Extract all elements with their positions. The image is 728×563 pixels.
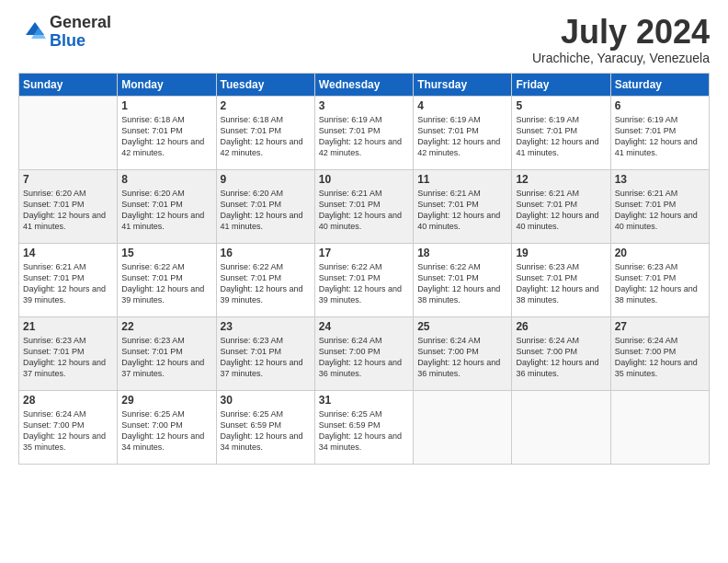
header-saturday: Saturday [610, 73, 709, 96]
logo-icon [18, 18, 46, 46]
table-row [610, 390, 709, 464]
logo-general: General [50, 14, 111, 32]
table-row: 9Sunrise: 6:20 AMSunset: 7:01 PMDaylight… [216, 169, 314, 243]
calendar-table: Sunday Monday Tuesday Wednesday Thursday… [18, 73, 710, 465]
cell-info: Sunrise: 6:25 AMSunset: 6:59 PMDaylight:… [221, 408, 311, 454]
cell-info: Sunrise: 6:25 AMSunset: 7:00 PMDaylight:… [121, 408, 211, 454]
day-number: 23 [221, 320, 311, 333]
cell-info: Sunrise: 6:21 AMSunset: 7:01 PMDaylight:… [615, 188, 705, 233]
cell-info: Sunrise: 6:19 AMSunset: 7:01 PMDaylight:… [319, 114, 409, 159]
table-row: 13Sunrise: 6:21 AMSunset: 7:01 PMDayligh… [610, 169, 709, 243]
day-number: 13 [615, 173, 705, 186]
day-number: 2 [221, 99, 311, 112]
cell-info: Sunrise: 6:21 AMSunset: 7:01 PMDaylight:… [319, 188, 409, 233]
cell-info: Sunrise: 6:24 AMSunset: 7:00 PMDaylight:… [23, 408, 113, 454]
day-number: 1 [121, 99, 211, 112]
day-number: 6 [615, 99, 705, 112]
table-row: 18Sunrise: 6:22 AMSunset: 7:01 PMDayligh… [414, 243, 512, 316]
day-number: 25 [417, 320, 507, 333]
table-row: 22Sunrise: 6:23 AMSunset: 7:01 PMDayligh… [118, 316, 216, 390]
table-row: 6Sunrise: 6:19 AMSunset: 7:01 PMDaylight… [610, 96, 709, 169]
header-friday: Friday [512, 73, 610, 96]
table-row [414, 390, 512, 464]
day-number: 21 [23, 320, 113, 333]
day-number: 9 [221, 173, 311, 186]
table-row: 30Sunrise: 6:25 AMSunset: 6:59 PMDayligh… [216, 390, 314, 464]
table-row: 4Sunrise: 6:19 AMSunset: 7:01 PMDaylight… [414, 96, 512, 169]
day-number: 11 [417, 173, 507, 186]
day-number: 4 [417, 99, 507, 112]
day-number: 30 [221, 394, 311, 407]
table-row: 5Sunrise: 6:19 AMSunset: 7:01 PMDaylight… [512, 96, 610, 169]
cell-info: Sunrise: 6:22 AMSunset: 7:01 PMDaylight:… [319, 261, 409, 306]
day-number: 16 [221, 247, 311, 259]
table-row: 10Sunrise: 6:21 AMSunset: 7:01 PMDayligh… [314, 169, 413, 243]
header-sunday: Sunday [19, 73, 118, 96]
cell-info: Sunrise: 6:23 AMSunset: 7:01 PMDaylight:… [615, 261, 705, 306]
cell-info: Sunrise: 6:19 AMSunset: 7:01 PMDaylight:… [615, 114, 705, 159]
day-number: 18 [417, 247, 507, 259]
table-row: 1Sunrise: 6:18 AMSunset: 7:01 PMDaylight… [118, 96, 216, 169]
location: Urachiche, Yaracuy, Venezuela [532, 51, 710, 65]
table-row: 23Sunrise: 6:23 AMSunset: 7:01 PMDayligh… [216, 316, 314, 390]
table-row: 8Sunrise: 6:20 AMSunset: 7:01 PMDaylight… [118, 169, 216, 243]
calendar-week-row: 7Sunrise: 6:20 AMSunset: 7:01 PMDaylight… [19, 169, 710, 243]
cell-info: Sunrise: 6:19 AMSunset: 7:01 PMDaylight:… [417, 114, 507, 159]
cell-info: Sunrise: 6:24 AMSunset: 7:00 PMDaylight:… [516, 335, 606, 380]
table-row: 3Sunrise: 6:19 AMSunset: 7:01 PMDaylight… [314, 96, 413, 169]
cell-info: Sunrise: 6:23 AMSunset: 7:01 PMDaylight:… [221, 335, 311, 380]
day-number: 14 [23, 247, 113, 259]
table-row: 15Sunrise: 6:22 AMSunset: 7:01 PMDayligh… [118, 243, 216, 316]
cell-info: Sunrise: 6:22 AMSunset: 7:01 PMDaylight:… [417, 261, 507, 306]
day-number: 12 [516, 173, 606, 186]
day-number: 3 [319, 99, 409, 112]
cell-info: Sunrise: 6:23 AMSunset: 7:01 PMDaylight:… [23, 335, 113, 380]
calendar-week-row: 14Sunrise: 6:21 AMSunset: 7:01 PMDayligh… [19, 243, 710, 316]
table-row [512, 390, 610, 464]
table-row: 29Sunrise: 6:25 AMSunset: 7:00 PMDayligh… [118, 390, 216, 464]
logo: General Blue [18, 14, 111, 51]
cell-info: Sunrise: 6:25 AMSunset: 6:59 PMDaylight:… [319, 408, 409, 454]
day-number: 10 [319, 173, 409, 186]
table-row: 24Sunrise: 6:24 AMSunset: 7:00 PMDayligh… [314, 316, 413, 390]
table-row: 28Sunrise: 6:24 AMSunset: 7:00 PMDayligh… [19, 390, 118, 464]
day-number: 26 [516, 320, 606, 333]
table-row: 26Sunrise: 6:24 AMSunset: 7:00 PMDayligh… [512, 316, 610, 390]
table-row: 7Sunrise: 6:20 AMSunset: 7:01 PMDaylight… [19, 169, 118, 243]
table-row: 21Sunrise: 6:23 AMSunset: 7:01 PMDayligh… [19, 316, 118, 390]
day-number: 15 [121, 247, 211, 259]
day-number: 31 [319, 394, 409, 407]
calendar-week-row: 21Sunrise: 6:23 AMSunset: 7:01 PMDayligh… [19, 316, 710, 390]
day-number: 5 [516, 99, 606, 112]
day-number: 27 [615, 320, 705, 333]
page: General Blue July 2024 Urachiche, Yaracu… [0, 0, 728, 563]
header-tuesday: Tuesday [216, 73, 314, 96]
cell-info: Sunrise: 6:23 AMSunset: 7:01 PMDaylight:… [516, 261, 606, 306]
table-row: 19Sunrise: 6:23 AMSunset: 7:01 PMDayligh… [512, 243, 610, 316]
cell-info: Sunrise: 6:21 AMSunset: 7:01 PMDaylight:… [516, 188, 606, 233]
cell-info: Sunrise: 6:18 AMSunset: 7:01 PMDaylight:… [221, 114, 311, 159]
cell-info: Sunrise: 6:20 AMSunset: 7:01 PMDaylight:… [221, 188, 311, 233]
cell-info: Sunrise: 6:24 AMSunset: 7:00 PMDaylight:… [417, 335, 507, 380]
cell-info: Sunrise: 6:23 AMSunset: 7:01 PMDaylight:… [121, 335, 211, 380]
cell-info: Sunrise: 6:20 AMSunset: 7:01 PMDaylight:… [23, 188, 113, 233]
table-row: 25Sunrise: 6:24 AMSunset: 7:00 PMDayligh… [414, 316, 512, 390]
cell-info: Sunrise: 6:21 AMSunset: 7:01 PMDaylight:… [417, 188, 507, 233]
cell-info: Sunrise: 6:19 AMSunset: 7:01 PMDaylight:… [516, 114, 606, 159]
cell-info: Sunrise: 6:21 AMSunset: 7:01 PMDaylight:… [23, 261, 113, 306]
day-number: 29 [121, 394, 211, 407]
title-block: July 2024 Urachiche, Yaracuy, Venezuela [532, 14, 710, 65]
cell-info: Sunrise: 6:24 AMSunset: 7:00 PMDaylight:… [319, 335, 409, 380]
table-row: 27Sunrise: 6:24 AMSunset: 7:00 PMDayligh… [610, 316, 709, 390]
header: General Blue July 2024 Urachiche, Yaracu… [18, 14, 710, 65]
day-number: 8 [121, 173, 211, 186]
table-row [19, 96, 118, 169]
logo-blue: Blue [50, 32, 111, 51]
table-row: 31Sunrise: 6:25 AMSunset: 6:59 PMDayligh… [314, 390, 413, 464]
day-number: 22 [121, 320, 211, 333]
month-title: July 2024 [532, 14, 710, 51]
table-row: 12Sunrise: 6:21 AMSunset: 7:01 PMDayligh… [512, 169, 610, 243]
header-thursday: Thursday [414, 73, 512, 96]
logo-text: General Blue [50, 14, 111, 51]
cell-info: Sunrise: 6:24 AMSunset: 7:00 PMDaylight:… [615, 335, 705, 380]
